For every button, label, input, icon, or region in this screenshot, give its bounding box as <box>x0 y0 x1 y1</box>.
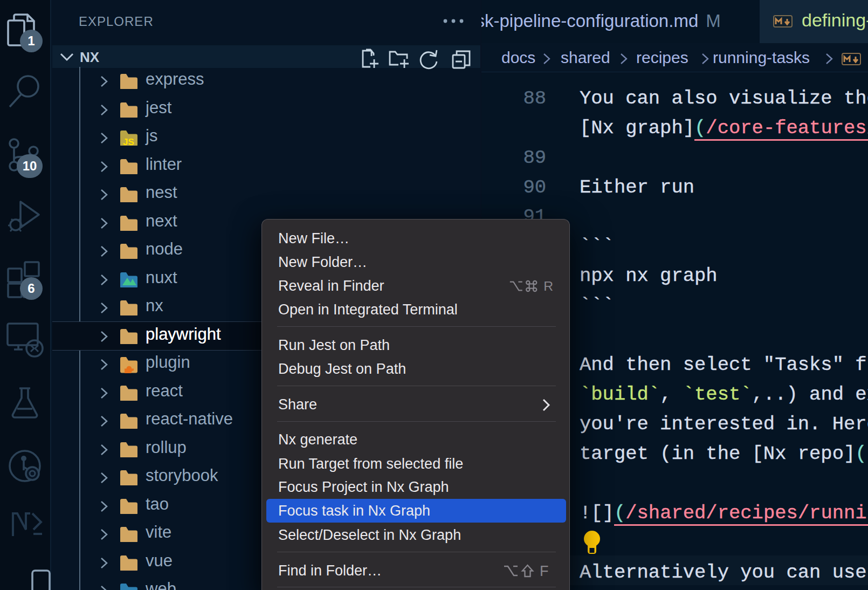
svg-text:JS: JS <box>123 137 134 146</box>
svg-text:R: R <box>543 279 553 293</box>
svg-text:F: F <box>540 564 549 578</box>
